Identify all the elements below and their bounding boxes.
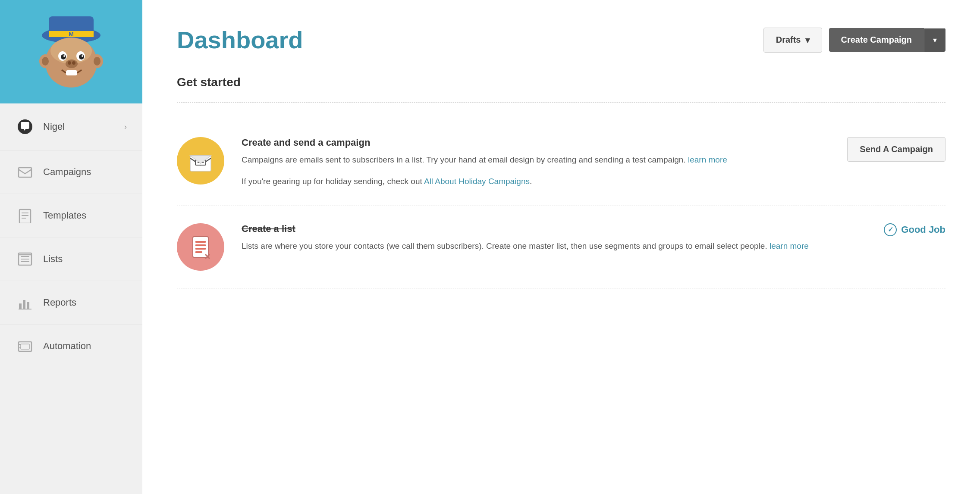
- svg-point-18: [42, 57, 49, 66]
- campaign-desc-text: Campaigns are emails sent to subscribers…: [242, 155, 686, 164]
- svg-rect-33: [27, 302, 29, 309]
- svg-rect-31: [19, 303, 22, 309]
- list-document-icon: [187, 233, 214, 261]
- send-campaign-button[interactable]: Send A Campaign: [847, 137, 945, 162]
- sidebar-item-campaigns[interactable]: Campaigns: [0, 150, 142, 194]
- campaigns-icon: [16, 163, 35, 181]
- svg-point-10: [63, 55, 65, 57]
- svg-rect-32: [23, 300, 25, 309]
- sidebar: M: [0, 0, 142, 494]
- reports-label: Reports: [43, 297, 76, 308]
- user-name: Nigel: [43, 121, 124, 132]
- svg-rect-15: [66, 70, 77, 75]
- header-actions: Drafts ▾ Create Campaign ▾: [763, 28, 945, 53]
- sidebar-item-reports[interactable]: Reports: [0, 281, 142, 325]
- svg-rect-44: [195, 241, 206, 243]
- templates-icon: [16, 206, 35, 225]
- list-card-title: Create a list: [242, 223, 833, 234]
- section-divider: [177, 102, 945, 103]
- campaign-card-title: Create and send a campaign: [242, 137, 830, 148]
- svg-point-8: [61, 54, 66, 59]
- list-card-content: Create a list Lists are where you store …: [242, 223, 833, 253]
- sidebar-item-lists[interactable]: Lists: [0, 238, 142, 281]
- sidebar-item-automation[interactable]: Automation: [0, 325, 142, 368]
- sidebar-navigation: Nigel › Campaigns Te: [0, 103, 142, 494]
- sidebar-user[interactable]: Nigel ›: [0, 103, 142, 150]
- svg-point-12: [66, 59, 78, 68]
- list-card: Create a list Lists are where you store …: [177, 206, 945, 288]
- templates-label: Templates: [43, 210, 86, 221]
- svg-point-14: [72, 61, 75, 65]
- svg-text:M: M: [69, 31, 74, 38]
- list-card-desc: Lists are where you store your contacts …: [242, 240, 833, 253]
- envelope-open-icon: [187, 147, 214, 175]
- campaign-card-action: Send A Campaign: [847, 137, 945, 162]
- svg-rect-46: [195, 248, 206, 250]
- svg-point-13: [68, 61, 71, 65]
- sidebar-item-templates[interactable]: Templates: [0, 194, 142, 238]
- user-chevron-icon: ›: [124, 122, 127, 131]
- campaign-card-content: Create and send a campaign Campaigns are…: [242, 137, 830, 188]
- sidebar-logo: M: [0, 0, 142, 103]
- page-title: Dashboard: [177, 26, 303, 54]
- campaign-extra-text: If you're gearing up for holiday sending…: [242, 177, 422, 186]
- get-started-title: Get started: [177, 75, 945, 89]
- svg-rect-45: [195, 244, 206, 246]
- drafts-chevron-icon: ▾: [805, 35, 810, 45]
- automation-icon: [16, 337, 35, 356]
- checkmark-icon: ✓: [884, 223, 897, 236]
- create-campaign-button[interactable]: Create Campaign: [829, 28, 924, 52]
- create-campaign-button-group: Create Campaign ▾: [829, 28, 946, 52]
- lists-icon: [16, 250, 35, 269]
- automation-label: Automation: [43, 341, 91, 352]
- campaign-card: Create and send a campaign Campaigns are…: [177, 120, 945, 206]
- holiday-campaigns-link[interactable]: All About Holiday Campaigns: [424, 177, 530, 186]
- list-desc-text: Lists are where you store your contacts …: [242, 241, 767, 250]
- good-job-badge: ✓ Good Job: [884, 223, 945, 236]
- list-card-icon: [177, 223, 224, 271]
- campaign-learn-more-link[interactable]: learn more: [688, 155, 727, 164]
- list-learn-more-link[interactable]: learn more: [770, 241, 809, 250]
- svg-point-11: [82, 55, 83, 57]
- main-header: Dashboard Drafts ▾ Create Campaign ▾: [177, 26, 945, 54]
- svg-point-19: [94, 57, 101, 66]
- svg-rect-47: [195, 251, 202, 253]
- svg-rect-22: [19, 209, 31, 223]
- user-icon: [16, 117, 35, 136]
- reports-icon: [16, 293, 35, 312]
- create-campaign-dropdown-button[interactable]: ▾: [924, 28, 945, 52]
- svg-point-9: [79, 54, 84, 59]
- campaign-card-desc: Campaigns are emails sent to subscribers…: [242, 153, 830, 166]
- good-job-label: Good Job: [901, 224, 945, 235]
- lists-label: Lists: [43, 253, 63, 265]
- campaign-card-icon: [177, 137, 224, 184]
- list-card-action: ✓ Good Job: [851, 223, 945, 236]
- drafts-button[interactable]: Drafts ▾: [763, 28, 822, 53]
- campaign-extra: If you're gearing up for holiday sending…: [242, 175, 830, 188]
- svg-rect-36: [21, 344, 29, 349]
- campaigns-label: Campaigns: [43, 166, 91, 178]
- mailchimp-logo: M: [32, 13, 110, 91]
- extra-suffix: .: [530, 177, 532, 186]
- main-content: Dashboard Drafts ▾ Create Campaign ▾ Get…: [142, 0, 980, 494]
- svg-rect-21: [19, 168, 31, 177]
- drafts-label: Drafts: [776, 35, 801, 45]
